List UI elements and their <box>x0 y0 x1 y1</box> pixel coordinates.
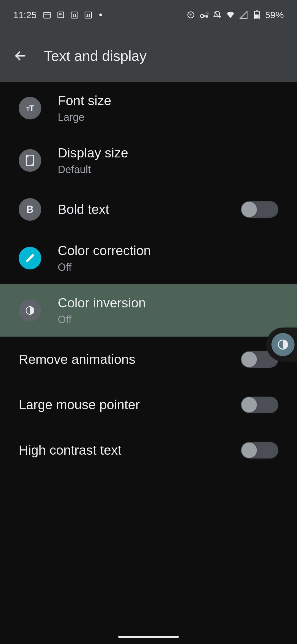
bold-text-icon: B <box>19 198 41 221</box>
setting-subtitle: Default <box>58 164 278 176</box>
switch-thumb <box>241 202 257 217</box>
cellular-icon <box>239 10 249 20</box>
app-bar: Text and display <box>0 30 297 82</box>
svg-text:31: 31 <box>86 13 90 18</box>
accessibility-shortcut-button[interactable] <box>266 328 297 362</box>
status-overflow-dot-icon <box>99 13 102 16</box>
switch-thumb <box>241 397 257 413</box>
wifi-icon <box>226 10 235 20</box>
vpn-key-icon: G <box>199 10 209 20</box>
calendar-31b-icon: 31 <box>83 10 93 20</box>
setting-text: Font size Large <box>58 93 278 123</box>
status-right: G 59% <box>186 10 284 20</box>
setting-subtitle: Off <box>58 314 278 326</box>
setting-title: High contrast text <box>19 443 241 458</box>
setting-display-size[interactable]: Display size Default <box>0 134 297 187</box>
setting-large-mouse-pointer[interactable]: Large mouse pointer <box>0 382 297 427</box>
display-size-icon <box>19 149 41 172</box>
large-mouse-pointer-toggle[interactable] <box>241 397 278 413</box>
setting-text: High contrast text <box>19 443 241 458</box>
svg-rect-0 <box>44 12 50 18</box>
back-button[interactable] <box>13 49 28 63</box>
battery-icon <box>252 10 262 20</box>
invert-colors-icon <box>277 339 288 350</box>
status-time: 11:25 <box>13 10 37 20</box>
switch-thumb <box>241 443 257 458</box>
add-alarm-icon <box>186 10 196 20</box>
setting-title: Bold text <box>58 202 241 217</box>
setting-title: Remove animations <box>19 352 241 367</box>
calendar-notif-icon <box>42 10 52 20</box>
battery-percent: 59% <box>265 10 284 20</box>
setting-color-inversion[interactable]: Color inversion Off <box>0 284 297 337</box>
setting-high-contrast-text[interactable]: High contrast text <box>0 427 297 473</box>
arrow-left-icon <box>14 49 27 62</box>
font-size-icon: TT <box>19 97 41 119</box>
switch-thumb <box>241 352 257 367</box>
setting-subtitle: Off <box>58 261 278 273</box>
bold-text-toggle[interactable] <box>241 201 278 218</box>
status-left: 11:25 31 31 <box>13 10 104 20</box>
color-correction-icon <box>19 247 41 269</box>
setting-text: Large mouse pointer <box>19 397 241 412</box>
svg-text:31: 31 <box>73 13 77 18</box>
setting-text: Color inversion Off <box>58 295 278 326</box>
dnd-icon <box>212 10 222 20</box>
hand-icon <box>56 10 66 20</box>
settings-list: TT Font size Large Display size Default … <box>0 82 297 473</box>
status-bar: 11:25 31 31 G 59% <box>0 0 297 30</box>
calendar-31a-icon: 31 <box>70 10 79 20</box>
setting-remove-animations[interactable]: Remove animations <box>0 337 297 382</box>
nav-bar-handle[interactable] <box>118 636 179 638</box>
setting-text: Color correction Off <box>58 243 278 273</box>
color-inversion-icon <box>19 299 41 322</box>
setting-text: Display size Default <box>58 145 278 176</box>
setting-color-correction[interactable]: Color correction Off <box>0 232 297 284</box>
accessibility-shortcut-inner <box>271 333 295 356</box>
high-contrast-text-toggle[interactable] <box>241 442 278 459</box>
setting-title: Color inversion <box>58 295 278 310</box>
setting-text: Bold text <box>58 202 241 217</box>
setting-title: Font size <box>58 93 278 108</box>
svg-text:G: G <box>206 11 209 14</box>
setting-bold-text[interactable]: B Bold text <box>0 187 297 232</box>
setting-title: Large mouse pointer <box>19 397 241 412</box>
setting-text: Remove animations <box>19 352 241 367</box>
setting-title: Display size <box>58 145 278 160</box>
svg-rect-12 <box>206 15 207 18</box>
svg-point-10 <box>200 15 204 18</box>
page-title: Text and display <box>44 48 147 64</box>
setting-subtitle: Large <box>58 111 278 123</box>
setting-font-size[interactable]: TT Font size Large <box>0 82 297 134</box>
setting-title: Color correction <box>58 243 278 258</box>
svg-rect-16 <box>255 15 258 19</box>
svg-rect-17 <box>256 10 258 12</box>
